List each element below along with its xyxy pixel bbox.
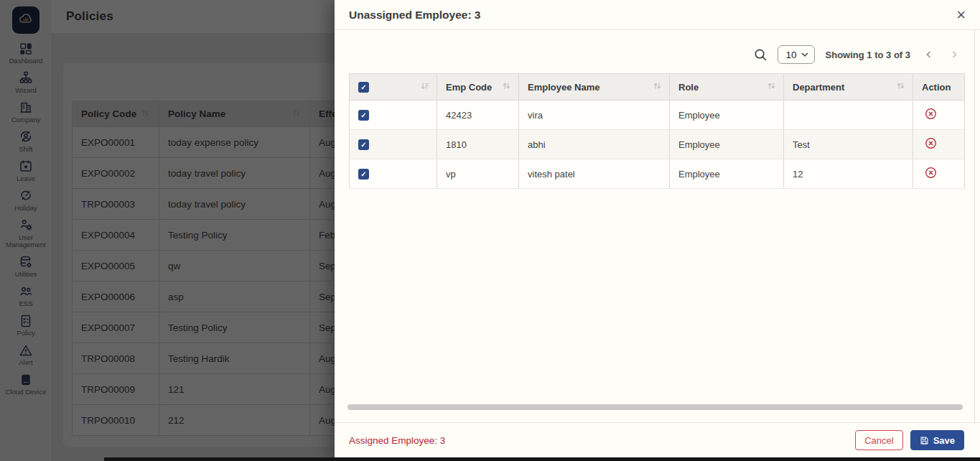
role-cell: Employee bbox=[670, 159, 784, 189]
select-cell bbox=[350, 130, 437, 159]
chevron-left-icon[interactable] bbox=[921, 50, 937, 59]
showing-entries-text: Showing 1 to 3 of 3 bbox=[826, 50, 910, 60]
cancel-button[interactable]: Cancel bbox=[855, 430, 902, 450]
emp-code-cell: vp bbox=[437, 159, 519, 189]
remove-employee-icon[interactable] bbox=[925, 108, 937, 120]
employee-name-cell: vitesh patel bbox=[519, 159, 670, 189]
vertical-scrollbar[interactable] bbox=[974, 30, 975, 424]
modal-toolbar: 10 Showing 1 to 3 of 3 bbox=[753, 45, 962, 65]
sort-icon bbox=[896, 81, 905, 93]
action-cell bbox=[913, 130, 965, 159]
employee-row: vp vitesh patel Employee 12 bbox=[350, 159, 965, 189]
search-icon[interactable] bbox=[753, 47, 768, 62]
modal-header: Unassigned Employee: 3 × bbox=[335, 0, 980, 30]
employee-name-cell: abhi bbox=[519, 130, 670, 159]
page-size-select[interactable]: 10 bbox=[778, 45, 815, 64]
department-cell: 12 bbox=[784, 159, 913, 189]
save-floppy-icon bbox=[920, 436, 929, 445]
remove-employee-icon[interactable] bbox=[925, 137, 937, 149]
employee-row: 42423 vira Employee bbox=[350, 101, 965, 130]
emp-code-header[interactable]: Emp Code bbox=[437, 74, 519, 101]
unassigned-employee-modal: Unassigned Employee: 3 × 10 Showing 1 to… bbox=[335, 0, 980, 461]
role-cell: Employee bbox=[670, 101, 784, 130]
modal-title: Unassigned Employee: 3 bbox=[349, 9, 480, 22]
row-checkbox[interactable] bbox=[358, 110, 369, 121]
select-cell bbox=[350, 101, 437, 130]
action-cell bbox=[913, 159, 965, 189]
horizontal-scrollbar-thumb[interactable] bbox=[347, 404, 963, 410]
action-header: Action bbox=[913, 74, 965, 101]
row-checkbox[interactable] bbox=[358, 169, 369, 180]
unassigned-employee-table: Emp Code Employee Name Role Department A… bbox=[349, 73, 965, 189]
select-cell bbox=[350, 159, 437, 189]
emp-code-cell: 42423 bbox=[437, 101, 519, 130]
select-all-checkbox[interactable] bbox=[358, 82, 369, 93]
sort-icon bbox=[767, 81, 776, 93]
modal-footer: Assigned Employee: 3 Cancel Save bbox=[335, 422, 980, 457]
employee-table-header-row: Emp Code Employee Name Role Department A… bbox=[350, 74, 965, 101]
employee-name-cell: vira bbox=[519, 101, 670, 130]
taskbar-edge bbox=[104, 457, 980, 461]
chevron-right-icon[interactable] bbox=[946, 50, 962, 59]
department-header[interactable]: Department bbox=[784, 74, 913, 101]
department-cell: Test bbox=[784, 130, 913, 159]
department-cell bbox=[784, 101, 913, 130]
employee-row: 1810 abhi Employee Test bbox=[350, 130, 965, 159]
emp-code-cell: 1810 bbox=[437, 130, 519, 159]
employee-name-header[interactable]: Employee Name bbox=[519, 74, 670, 101]
footer-actions: Cancel Save bbox=[855, 430, 964, 450]
row-checkbox[interactable] bbox=[358, 139, 369, 150]
save-button[interactable]: Save bbox=[910, 430, 964, 450]
assigned-employee-text: Assigned Employee: 3 bbox=[349, 435, 445, 446]
close-icon[interactable]: × bbox=[956, 7, 966, 23]
role-cell: Employee bbox=[670, 130, 784, 159]
chevron-down-icon bbox=[801, 52, 808, 57]
sort-icon bbox=[502, 81, 511, 93]
role-header[interactable]: Role bbox=[670, 74, 784, 101]
sort-icon bbox=[653, 81, 662, 93]
sort-icon bbox=[420, 81, 429, 93]
action-cell bbox=[913, 101, 965, 130]
select-all-header bbox=[350, 74, 437, 101]
remove-employee-icon[interactable] bbox=[925, 167, 937, 179]
